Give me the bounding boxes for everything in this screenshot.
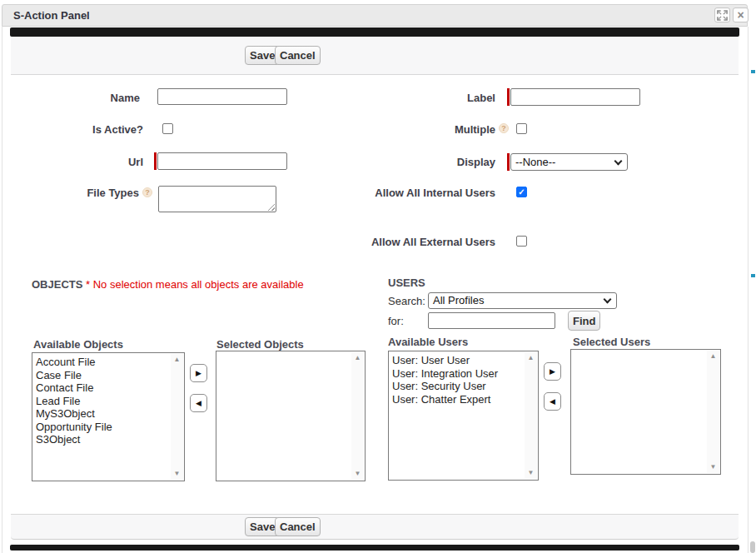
multiple-checkbox[interactable]: [516, 123, 527, 134]
expand-button[interactable]: [714, 7, 730, 22]
list-item[interactable]: User: Security User: [392, 380, 525, 393]
for-label: for:: [388, 315, 404, 327]
users-move-left-button[interactable]: ◀: [544, 392, 561, 411]
objects-move-left-button[interactable]: ◀: [190, 394, 207, 412]
display-required-bar: [507, 153, 510, 171]
selected-users-options: [572, 351, 707, 473]
list-item[interactable]: Opportunity File: [36, 421, 171, 434]
available-objects-heading: Available Objects: [33, 338, 123, 351]
display-select[interactable]: --None--: [510, 153, 628, 171]
find-button[interactable]: Find: [568, 311, 600, 331]
is-active-label: Is Active?: [33, 123, 143, 136]
available-users-heading: Available Users: [388, 336, 468, 348]
scroll-down-icon[interactable]: ▼: [528, 470, 535, 476]
scroll-up-icon[interactable]: ▲: [528, 355, 535, 361]
label-input[interactable]: [510, 88, 640, 106]
url-label: Url: [33, 156, 143, 168]
chevron-down-icon: [604, 296, 612, 304]
display-label: Display: [391, 156, 495, 168]
file-types-label: File Types: [33, 187, 139, 199]
label-required-bar: [507, 88, 510, 106]
scroll-down-icon[interactable]: ▼: [355, 471, 361, 477]
scroll-up-icon[interactable]: ▲: [174, 356, 181, 363]
bottom-button-band: [11, 514, 739, 540]
chevron-down-icon: [614, 157, 623, 166]
label-label: Label: [391, 92, 495, 104]
move-left-icon: ◀: [550, 397, 555, 406]
selected-users-listbox[interactable]: ▲ ▼: [570, 349, 721, 475]
listbox-scrollbar[interactable]: ▲ ▼: [525, 352, 537, 479]
url-required-bar: [154, 152, 157, 170]
list-item[interactable]: User: Chatter Expert: [392, 393, 525, 406]
cancel-button-top[interactable]: Cancel: [275, 46, 321, 65]
scroll-up-icon[interactable]: ▲: [710, 353, 717, 360]
move-right-icon: ▶: [196, 369, 201, 377]
resize-grip-icon[interactable]: [267, 203, 275, 211]
expand-icon: [717, 10, 728, 21]
available-users-options: User: User UserUser: Integration UserUse…: [390, 352, 525, 479]
allow-internal-label: Allow All Internal Users: [358, 187, 495, 199]
move-right-icon: ▶: [550, 367, 555, 376]
url-input[interactable]: [157, 152, 287, 170]
file-types-help-icon[interactable]: ?: [142, 187, 152, 197]
allow-external-label: Allow All External Users: [358, 236, 495, 248]
list-item[interactable]: Contact File: [36, 381, 171, 395]
selected-users-heading: Selected Users: [573, 336, 650, 348]
users-section-heading: USERS: [388, 276, 425, 289]
multiple-help-icon[interactable]: ?: [499, 123, 509, 133]
dialog-right-edge: [748, 27, 749, 553]
dialog-title: S-Action Panel: [13, 4, 90, 27]
scroll-up-icon[interactable]: ▲: [355, 355, 361, 361]
users-move-right-button[interactable]: ▶: [544, 362, 561, 381]
scrollbar-tick: [751, 70, 755, 73]
selected-objects-heading: Selected Objects: [216, 338, 304, 351]
allow-internal-checkbox[interactable]: [516, 187, 527, 197]
objects-section-heading: OBJECTS * No selection means all objects…: [32, 278, 304, 291]
s-action-panel-dialog: S-Action Panel × Save Cancel Name Label …: [0, 0, 756, 553]
dialog-left-edge: [2, 27, 2, 553]
listbox-scrollbar[interactable]: ▲ ▼: [707, 351, 719, 473]
is-active-checkbox[interactable]: [162, 123, 173, 134]
list-item[interactable]: Case File: [36, 369, 171, 382]
scrollbar-tick: [751, 274, 755, 277]
objects-move-right-button[interactable]: ▶: [190, 364, 207, 382]
name-label: Name: [33, 92, 140, 104]
name-input[interactable]: [157, 88, 287, 105]
list-item[interactable]: MyS3Object: [36, 407, 171, 421]
selected-objects-listbox[interactable]: ▲ ▼: [216, 351, 366, 481]
top-black-bar: [10, 27, 739, 37]
profile-search-select[interactable]: All Profiles: [428, 292, 617, 309]
close-button[interactable]: ×: [733, 7, 749, 22]
scroll-down-icon[interactable]: ▼: [710, 464, 717, 471]
available-users-listbox[interactable]: User: User UserUser: Integration UserUse…: [388, 351, 539, 481]
display-select-value: --None--: [515, 156, 555, 168]
search-label: Search:: [388, 295, 425, 307]
objects-heading-text: OBJECTS: [32, 278, 82, 291]
allow-external-checkbox[interactable]: [516, 236, 527, 247]
list-item[interactable]: User: User User: [392, 354, 525, 367]
list-item[interactable]: User: Integration User: [392, 367, 525, 381]
list-item[interactable]: Account File: [36, 356, 171, 369]
selected-objects-options: [217, 352, 351, 480]
listbox-scrollbar[interactable]: ▲ ▼: [171, 354, 183, 480]
dialog-titlebar: [2, 4, 748, 27]
cancel-button-bottom[interactable]: Cancel: [275, 517, 321, 536]
scroll-down-icon[interactable]: ▼: [174, 471, 181, 477]
list-item[interactable]: S3Object: [36, 433, 171, 446]
available-objects-listbox[interactable]: Account FileCase FileContact FileLead Fi…: [32, 352, 185, 481]
top-button-band: [11, 37, 739, 75]
available-objects-options: Account FileCase FileContact FileLead Fi…: [33, 354, 171, 480]
list-item[interactable]: Lead File: [36, 395, 171, 408]
move-left-icon: ◀: [196, 399, 201, 407]
profile-search-value: All Profiles: [433, 294, 484, 306]
file-types-textarea[interactable]: [158, 186, 276, 212]
objects-note: * No selection means all objects are ava…: [86, 278, 304, 291]
close-icon: ×: [734, 8, 748, 22]
multiple-label: Multiple: [391, 123, 495, 136]
page-scrollbar[interactable]: [750, 541, 755, 553]
listbox-scrollbar[interactable]: ▲ ▼: [351, 352, 364, 480]
user-search-input[interactable]: [428, 312, 555, 329]
bottom-black-bar: [10, 545, 739, 551]
